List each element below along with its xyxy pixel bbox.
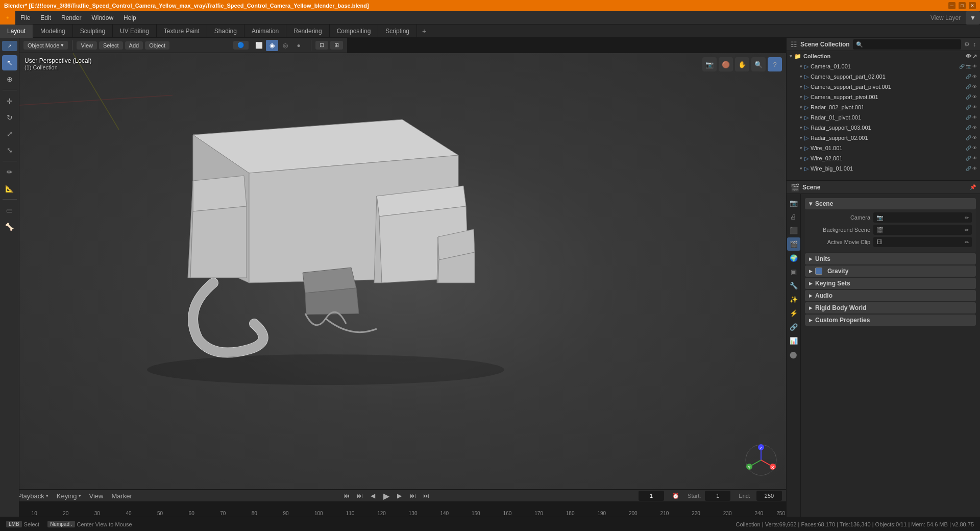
scale-tool[interactable]: ⤢: [2, 126, 17, 141]
play-button[interactable]: ▶: [381, 490, 392, 501]
viewport-zoom-icon[interactable]: 🔍: [751, 57, 766, 71]
obj-link[interactable]: 🔗: [959, 64, 965, 69]
prop-icon-object[interactable]: ▣: [787, 265, 800, 278]
outliner-sort-icon[interactable]: ↕: [973, 41, 976, 48]
jump-end-button[interactable]: ⏭: [421, 490, 432, 501]
viewport-camera-icon[interactable]: 📷: [702, 57, 717, 71]
shading-solid[interactable]: ◉: [266, 40, 278, 51]
properties-pin-icon[interactable]: 📌: [970, 184, 976, 190]
tab-compositing[interactable]: Compositing: [330, 25, 379, 38]
add-workspace-button[interactable]: +: [417, 27, 431, 35]
tab-animation[interactable]: Animation: [244, 25, 286, 38]
add-tool[interactable]: ▭: [2, 203, 17, 218]
overlay-toggle[interactable]: ⊡: [315, 41, 328, 50]
viewport-move-icon[interactable]: ✋: [735, 57, 749, 71]
gravity-checkbox[interactable]: [815, 268, 822, 275]
rotate-tool[interactable]: ↻: [2, 110, 17, 125]
viewport-shading-wire[interactable]: 🔵: [233, 41, 249, 50]
prop-icon-output[interactable]: 🖨: [787, 210, 800, 223]
outliner-row-collection[interactable]: ▾ 📁 Collection 👁 ↗: [787, 51, 980, 61]
outliner-row-radar-002[interactable]: ▾ ▷ Radar_002_pivot.001 🔗 👁: [787, 102, 980, 112]
tab-texture-paint[interactable]: Texture Paint: [157, 25, 207, 38]
gizmo-toggle[interactable]: ⊞: [330, 41, 343, 50]
prop-icon-world[interactable]: 🌍: [787, 251, 800, 264]
obj-cam[interactable]: 📷: [966, 64, 971, 69]
prop-icon-render[interactable]: 📷: [787, 196, 800, 209]
transform-tool[interactable]: ⤡: [2, 142, 17, 158]
outliner-row-cam-support-pivot[interactable]: ▾ ▷ Camera_support_part_pivot.001 🔗 👁: [787, 82, 980, 92]
outliner-row-radar-support-02[interactable]: ▾ ▷ Radar_support_02.001 🔗 👁: [787, 133, 980, 143]
obj-eye[interactable]: 👁: [972, 64, 977, 69]
camera-value[interactable]: 📷 ✏: [873, 212, 972, 223]
shading-render[interactable]: ●: [292, 40, 305, 51]
select-menu[interactable]: Select: [99, 41, 123, 50]
outliner-row-wire-01[interactable]: ▾ ▷ Wire_01.001 🔗 👁: [787, 143, 980, 153]
minimize-button[interactable]: ─: [948, 2, 955, 9]
prev-frame-button[interactable]: ◀: [368, 490, 379, 501]
prop-icon-constraints[interactable]: 🔗: [787, 320, 800, 333]
prop-icon-particles[interactable]: ✨: [787, 293, 800, 306]
keying-control[interactable]: Keying ▾: [55, 492, 83, 500]
section-keying-sets-header[interactable]: ▸ Keying Sets: [805, 278, 976, 289]
menu-help[interactable]: Help: [118, 11, 141, 25]
jump-next-keyframe-button[interactable]: ⏭: [407, 490, 419, 501]
tab-layout[interactable]: Layout: [0, 25, 33, 38]
tab-uv-editing[interactable]: UV Editing: [113, 25, 157, 38]
timeline-scrubber[interactable]: 1 10 20 30 40 50 60 70 80 90 100 110 120…: [0, 502, 786, 517]
object-mode-selector[interactable]: Object Mode ▾: [23, 41, 68, 50]
shading-material[interactable]: ◎: [279, 40, 291, 51]
prop-icon-modifier[interactable]: 🔧: [787, 279, 800, 292]
menu-file[interactable]: File: [15, 11, 35, 25]
viewport[interactable]: User Perspective (Local) (1) Collection …: [19, 53, 786, 503]
menu-window[interactable]: Window: [86, 11, 118, 25]
section-scene-header[interactable]: ▾ Scene: [805, 198, 976, 209]
outliner-row-camera01[interactable]: ▾ ▷ Camera_01.001 🔗 📷 👁: [787, 61, 980, 71]
outliner-row-wire-big[interactable]: ▾ ▷ Wire_big_01.001 🔗 👁: [787, 163, 980, 174]
jump-prev-keyframe-button[interactable]: ⏭: [354, 490, 365, 501]
menu-edit[interactable]: Edit: [35, 11, 56, 25]
prop-icon-physics[interactable]: ⚡: [787, 306, 800, 320]
close-button[interactable]: ✕: [969, 2, 976, 9]
collection-sel[interactable]: ↗: [972, 53, 977, 60]
end-frame-input[interactable]: 250: [756, 491, 782, 501]
section-rigid-body-header[interactable]: ▸ Rigid Body World: [805, 302, 976, 313]
outliner-row-radar-01[interactable]: ▾ ▷ Radar_01_pivot.001 🔗 👁: [787, 112, 980, 123]
prop-icon-scene[interactable]: 🎬: [787, 237, 800, 251]
tab-sculpting[interactable]: Sculpting: [73, 25, 113, 38]
movie-clip-value[interactable]: 🎞 ✏: [873, 237, 972, 247]
annotate-tool[interactable]: ✏: [2, 164, 17, 180]
prop-icon-material[interactable]: ⬤: [787, 348, 800, 361]
add-menu[interactable]: Add: [125, 41, 143, 50]
view-control[interactable]: View: [87, 492, 106, 500]
marker-control[interactable]: Marker: [109, 492, 134, 500]
menu-render[interactable]: Render: [56, 11, 86, 25]
collection-vis[interactable]: 👁: [966, 53, 971, 60]
pose-tool[interactable]: 🦴: [2, 219, 17, 234]
tab-modeling[interactable]: Modeling: [33, 25, 73, 38]
outliner-row-cam-support-02[interactable]: ▾ ▷ Camera_support_part_02.001 🔗 👁: [787, 71, 980, 82]
bg-scene-value[interactable]: 🎬 ✏: [873, 225, 972, 235]
next-frame-button[interactable]: ▶: [394, 490, 405, 501]
outliner-row-cam-support-pivot2[interactable]: ▾ ▷ Camera_support_pivot.001 🔗 👁: [787, 92, 980, 102]
shading-wire[interactable]: ⬜: [253, 40, 265, 51]
section-units-header[interactable]: ▸ Units: [805, 253, 976, 264]
cursor-tool[interactable]: ⊕: [2, 71, 17, 87]
start-frame-input[interactable]: 1: [705, 491, 730, 501]
view-layer-selector[interactable]: ▼: [966, 11, 980, 25]
jump-start-button[interactable]: ⏮: [341, 490, 352, 501]
object-menu[interactable]: Object: [145, 41, 169, 50]
section-audio-header[interactable]: ▸ Audio: [805, 290, 976, 301]
prop-icon-view-layer[interactable]: ⬛: [787, 224, 800, 237]
section-custom-props-header[interactable]: ▸ Custom Properties: [805, 315, 976, 326]
viewport-help-icon[interactable]: ?: [768, 57, 782, 71]
outliner-filter-icon[interactable]: ⚙: [964, 41, 970, 48]
outliner-row-radar-support-003[interactable]: ▾ ▷ Radar_support_003.001 🔗 👁: [787, 123, 980, 133]
outliner-row-wire-02[interactable]: ▾ ▷ Wire_02.001 🔗 👁: [787, 153, 980, 163]
select-tool[interactable]: ↖: [2, 55, 17, 70]
maximize-button[interactable]: □: [959, 2, 966, 9]
playback-control[interactable]: Playback ▾: [15, 492, 51, 500]
tab-scripting[interactable]: Scripting: [378, 25, 417, 38]
blender-logo[interactable]: 🔸: [0, 11, 15, 25]
scene-3d[interactable]: User Perspective (Local) (1) Collection …: [19, 53, 786, 503]
tab-rendering[interactable]: Rendering: [286, 25, 329, 38]
